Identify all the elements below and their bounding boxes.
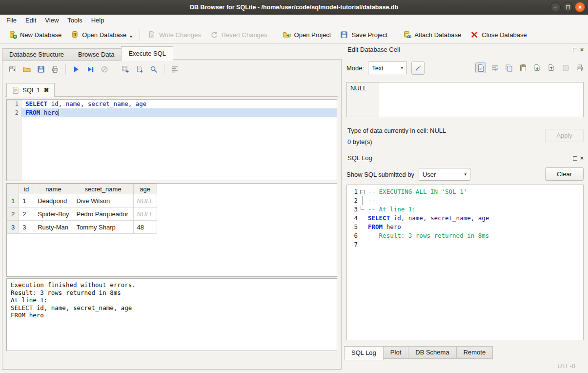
export-cell-data-button[interactable] — [547, 63, 556, 73]
export-results-button[interactable] — [119, 63, 132, 76]
cell-name[interactable]: Rusty-Man — [34, 221, 73, 234]
sql-tab-bar-line — [5, 96, 338, 97]
attach-database-button[interactable]: Attach Database — [398, 28, 466, 41]
print-sql-button[interactable] — [49, 63, 61, 76]
mode-select[interactable]: Text ▾ — [368, 62, 407, 74]
close-panel-icon[interactable]: × — [580, 155, 584, 161]
minimize-button[interactable]: − — [550, 2, 561, 12]
menu-file[interactable]: File — [2, 15, 21, 25]
tab-plot[interactable]: Plot — [383, 346, 408, 359]
cell-editor[interactable]: NULL — [346, 82, 584, 117]
results-grid[interactable]: id name secret_name age 1 1 Deadpond Div… — [6, 183, 337, 277]
clear-log-button[interactable]: Clear — [545, 167, 584, 181]
revert-changes-button: Revert Changes — [205, 28, 272, 41]
auto-detect-mode-button[interactable] — [411, 62, 425, 75]
undock-icon[interactable] — [573, 156, 577, 161]
close-database-button[interactable]: Close Database — [466, 28, 531, 41]
execute-all-button[interactable] — [70, 63, 82, 76]
editor-line-2: 2 FROM hero — [7, 108, 337, 117]
cell-age[interactable]: NULL — [133, 207, 157, 221]
row-number: 2 — [7, 207, 19, 221]
open-tab-button[interactable] — [6, 63, 19, 76]
execute-all-icon — [72, 65, 81, 74]
close-button[interactable]: × — [575, 2, 585, 12]
log-line-number: 5 — [347, 223, 358, 231]
find-replace-icon — [149, 65, 158, 74]
sql-tab-close-icon[interactable]: ✖ — [43, 86, 49, 94]
text-mode-button[interactable] — [476, 63, 486, 73]
fold-collapse-icon[interactable] — [360, 190, 365, 194]
cell-secret-name[interactable]: Pedro Parqueador — [73, 207, 133, 221]
tab-db-schema[interactable]: DB Schema — [408, 346, 456, 359]
row-number: 1 — [7, 194, 19, 207]
print-cell-button[interactable] — [575, 63, 585, 73]
tab-execute-sql[interactable]: Execute SQL — [121, 46, 173, 61]
column-header-age[interactable]: age — [133, 184, 157, 194]
mode-label: Mode: — [346, 64, 364, 72]
sql-editor[interactable]: 1 SELECT id, name, secret_name, age 2 FR… — [6, 99, 337, 181]
main-toolbar: New Database Open Database ▾ Write Chang… — [0, 26, 588, 44]
open-project-label: Open Project — [294, 31, 331, 39]
sql-file-icon — [12, 86, 19, 94]
word-wrap-button[interactable] — [490, 63, 500, 73]
close-database-icon — [470, 30, 479, 39]
fold-column — [358, 205, 366, 214]
sql-tab[interactable]: SQL 1 ✖ — [6, 83, 55, 97]
set-null-icon — [563, 65, 569, 71]
open-sql-file-button[interactable] — [20, 63, 33, 76]
copy-cell-button[interactable] — [504, 63, 514, 73]
cell-id[interactable]: 3 — [19, 221, 34, 234]
toolbar-separator — [140, 29, 140, 41]
log-code: SELECT id, name, secret_name, age — [366, 214, 583, 223]
dock-tab-bar: SQL Log Plot DB Schema Remote — [345, 346, 493, 360]
cell-id[interactable]: 2 — [19, 207, 34, 221]
menu-help[interactable]: Help — [87, 15, 109, 25]
format-sql-button[interactable] — [168, 63, 181, 76]
column-header-id[interactable]: id — [19, 184, 34, 194]
cell-age[interactable]: 48 — [133, 221, 157, 234]
sql-log-title: SQL Log — [347, 154, 372, 162]
log-line-number: 2 — [347, 196, 358, 205]
find-replace-button[interactable] — [147, 63, 160, 76]
save-sql-file-button[interactable] — [35, 63, 47, 76]
column-header-name[interactable]: name — [34, 184, 73, 194]
cell-mode-row: Mode: Text ▾ — [346, 61, 585, 75]
column-header-secret-name[interactable]: secret_name — [73, 184, 133, 194]
close-panel-icon[interactable]: × — [580, 47, 584, 53]
title-bar: DB Browser for SQLite - /home/user/code/… — [0, 0, 588, 15]
format-sql-icon — [170, 65, 179, 74]
cell-name[interactable]: Deadpond — [34, 194, 73, 207]
save-results-button[interactable] — [133, 63, 146, 76]
paste-cell-button[interactable] — [518, 63, 528, 73]
tab-database-structure[interactable]: Database Structure — [2, 48, 71, 61]
tab-sql-log[interactable]: SQL Log — [344, 346, 384, 360]
open-database-button[interactable]: Open Database ▾ — [66, 28, 137, 41]
open-project-button[interactable]: Open Project — [278, 28, 336, 41]
cell-secret-name[interactable]: Dive Wilson — [73, 194, 133, 207]
menu-view[interactable]: View — [41, 15, 63, 25]
write-changes-button: Write Changes — [143, 28, 205, 41]
menu-edit[interactable]: Edit — [21, 15, 41, 25]
import-cell-data-button[interactable] — [532, 63, 542, 73]
fold-column[interactable] — [358, 187, 366, 196]
execute-line-button[interactable] — [84, 63, 97, 76]
encoding-indicator[interactable]: UTF-8 — [557, 362, 575, 370]
tab-remote[interactable]: Remote — [456, 346, 493, 359]
tab-browse-data[interactable]: Browse Data — [71, 48, 122, 61]
sql-log-view[interactable]: 1 -- EXECUTING ALL IN 'SQL 1' 2 -- 3 -- … — [346, 185, 584, 340]
undock-icon[interactable] — [573, 48, 577, 52]
menu-bar: File Edit View Tools Help — [0, 15, 588, 26]
new-database-button[interactable]: New Database — [4, 28, 66, 41]
chevron-down-icon[interactable]: ▾ — [130, 34, 132, 39]
maximize-button[interactable] — [563, 2, 573, 12]
cell-age[interactable]: NULL — [133, 194, 157, 207]
cell-name[interactable]: Spider-Boy — [34, 207, 73, 221]
import-icon — [533, 63, 542, 72]
cell-secret-name[interactable]: Tommy Sharp — [73, 221, 133, 234]
submitted-by-select[interactable]: User ▾ — [419, 168, 470, 181]
menu-tools[interactable]: Tools — [63, 15, 86, 25]
text-cursor — [59, 109, 60, 116]
cell-id[interactable]: 1 — [19, 194, 34, 207]
open-project-icon — [283, 30, 291, 39]
save-project-button[interactable]: Save Project — [335, 28, 392, 41]
